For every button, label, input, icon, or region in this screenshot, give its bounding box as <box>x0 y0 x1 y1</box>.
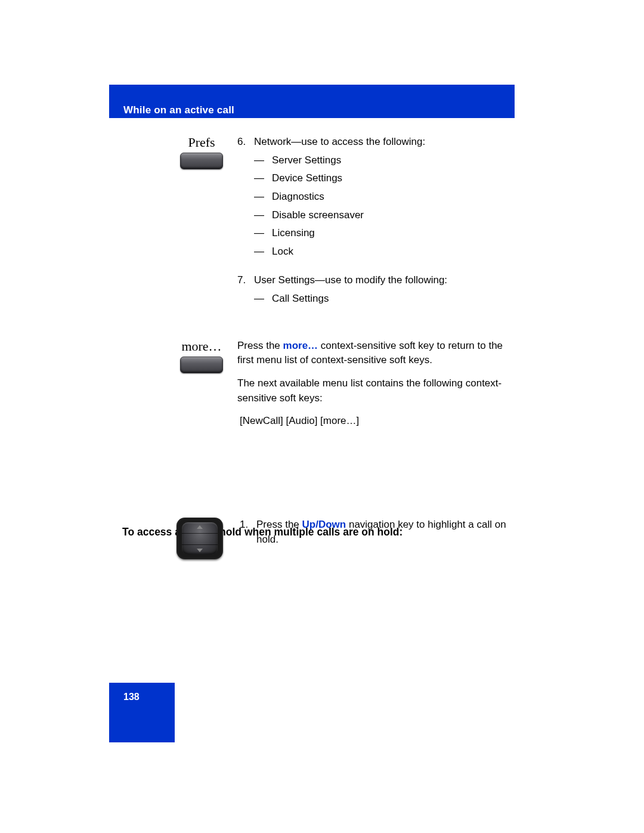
item-body: Network—use to access the following: —Se… <box>254 135 515 262</box>
sub-text: Call Settings <box>272 292 329 306</box>
prefs-softkey: Prefs <box>166 135 237 169</box>
step-body: Press the Up/Down navigation key to high… <box>256 518 514 547</box>
step-number: 1. <box>240 518 256 547</box>
text: Press the <box>237 340 283 351</box>
sub-text: Disable screensaver <box>272 208 364 223</box>
more-para1: Press the more… context-sensitive soft k… <box>237 339 515 368</box>
more-text: Press the more… context-sensitive soft k… <box>237 339 515 437</box>
more-button-icon <box>180 357 223 373</box>
content: Prefs 6. Network—use to access the follo… <box>166 135 515 461</box>
sub-text: Licensing <box>272 226 315 241</box>
prefs-button-icon <box>180 153 223 169</box>
step-1: 1. Press the Up/Down navigation key to h… <box>240 518 514 547</box>
more-label: more… <box>166 339 237 354</box>
page-number: 138 <box>123 692 140 702</box>
list-item-6: 6. Network—use to access the following: … <box>237 135 515 262</box>
page: While on an active call Prefs 6. Network… <box>0 0 644 833</box>
sub-text: Lock <box>272 244 293 259</box>
item7-sublist: —Call Settings <box>254 292 515 306</box>
dash: — <box>254 226 272 241</box>
more-link: more… <box>283 340 318 351</box>
more-para3: [NewCall] [Audio] [more…] <box>240 414 515 429</box>
nav-step: 1. Press the Up/Down navigation key to h… <box>225 518 514 552</box>
sub-item: —Lock <box>254 244 515 259</box>
sub-item: —Diagnostics <box>254 190 515 205</box>
sub-item: —Device Settings <box>254 171 515 186</box>
dash: — <box>254 171 272 186</box>
dash: — <box>254 208 272 223</box>
sub-item: —Call Settings <box>254 292 515 306</box>
item6-text: Network—use to access the following: <box>254 136 425 147</box>
nav-section: 1. Press the Up/Down navigation key to h… <box>174 518 514 559</box>
sub-text: Server Settings <box>272 153 341 168</box>
list-item-7: 7. User Settings—use to modify the follo… <box>237 273 515 309</box>
dash: — <box>254 153 272 168</box>
dash: — <box>254 244 272 259</box>
dash: — <box>254 190 272 205</box>
prefs-row: Prefs 6. Network—use to access the follo… <box>166 135 515 315</box>
item-number: 7. <box>237 273 254 309</box>
header-title: While on an active call <box>123 104 234 116</box>
more-row: more… Press the more… context-sensitive … <box>166 339 515 437</box>
prefs-label: Prefs <box>166 135 237 150</box>
more-para2: The next available menu list contains th… <box>237 376 515 405</box>
item-number: 6. <box>237 135 254 262</box>
item-body: User Settings—use to modify the followin… <box>254 273 515 309</box>
item7-text: User Settings—use to modify the followin… <box>254 274 447 286</box>
prefs-text: 6. Network—use to access the following: … <box>237 135 515 315</box>
more-softkey: more… <box>166 339 237 373</box>
item6-sublist: —Server Settings —Device Settings —Diagn… <box>254 153 515 259</box>
updown-link: Up/Down <box>302 519 346 530</box>
dash: — <box>254 292 272 306</box>
dpad-icon <box>174 518 225 559</box>
footer-bar <box>109 683 175 742</box>
sub-text: Device Settings <box>272 171 342 186</box>
sub-text: Diagnostics <box>272 190 324 205</box>
sub-item: —Licensing <box>254 226 515 241</box>
sub-item: —Disable screensaver <box>254 208 515 223</box>
text: Press the <box>256 519 302 530</box>
sub-item: —Server Settings <box>254 153 515 168</box>
